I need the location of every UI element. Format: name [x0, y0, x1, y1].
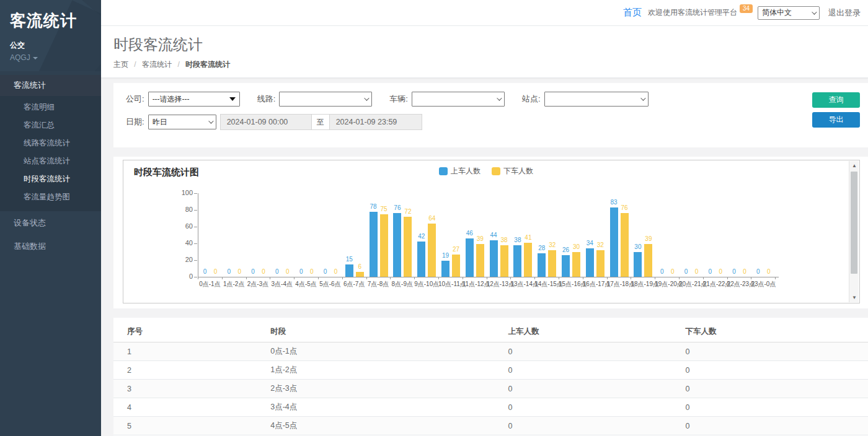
x-tick-label: 10点-11点 [438, 280, 463, 289]
bar-boarding [393, 213, 401, 277]
company-select[interactable]: ---请选择--- [148, 92, 240, 107]
y-tick-mark [194, 277, 197, 277]
x-tick-label: 7点-8点 [366, 280, 391, 289]
date-from-input[interactable]: 2024-01-09 00:00 [220, 114, 312, 130]
breadcrumb-passenger-stats[interactable]: 客流统计 [142, 60, 172, 69]
x-tick-mark [294, 277, 294, 279]
station-select[interactable] [544, 92, 649, 107]
user-dropdown[interactable]: AQGJ [10, 53, 101, 62]
user-name: AQGJ [10, 53, 30, 62]
bar-value-label: 0 [329, 268, 343, 275]
date-preset-select[interactable]: 昨日 [148, 115, 216, 129]
x-tick-label: 17点-18点 [607, 280, 631, 289]
x-tick-label: 13点-14点 [510, 280, 534, 289]
table-cell: 0 [495, 361, 672, 380]
table-row: 43点-4点00 [113, 398, 868, 417]
y-tick-label: 100 [162, 189, 193, 196]
notification-badge[interactable]: 34 [740, 4, 753, 13]
bar-boarding [370, 212, 378, 277]
sidebar-subitem[interactable]: 站点客流统计 [0, 152, 101, 170]
bar-boarding [586, 248, 594, 277]
y-axis-line [198, 193, 198, 277]
table-row: 21点-2点00 [113, 361, 868, 380]
sidebar-submenu: 客流明细客流汇总线路客流统计站点客流统计时段客流统计客流量趋势图 [0, 96, 101, 211]
table-cell: 3 [113, 380, 257, 398]
bar-value-label: 30 [570, 243, 583, 250]
scrollbar-thumb[interactable] [851, 172, 857, 274]
x-tick-mark [487, 277, 487, 279]
x-tick-label: 5点-6点 [318, 280, 342, 289]
bar-value-label: 76 [618, 204, 631, 211]
language-select[interactable]: 简体中文 [758, 6, 820, 20]
table-row: 10点-1点00 [113, 342, 868, 361]
sidebar-subitem[interactable]: 时段客流统计 [0, 170, 101, 188]
sidebar: 客流统计 公交 AQGJ 客流统计 客流明细客流汇总线路客流统计站点客流统计时段… [0, 0, 101, 436]
y-tick-mark [194, 243, 197, 244]
table-cell: 0 [672, 342, 868, 361]
bar-value-label: 64 [425, 215, 439, 222]
breadcrumb-home[interactable]: 主页 [113, 60, 128, 69]
x-tick-mark [559, 277, 559, 279]
scroll-up-icon[interactable]: ▲ [849, 161, 859, 170]
bar-value-label: 32 [546, 242, 559, 248]
bar-boarding [417, 242, 425, 277]
bar-boarding [634, 252, 642, 277]
x-tick-label: 19点-20点 [655, 280, 679, 289]
sidebar-subitem[interactable]: 客流汇总 [0, 116, 101, 134]
sidebar-item-passenger-stats[interactable]: 客流统计 [0, 75, 101, 96]
x-tick-label: 15点-16点 [559, 280, 583, 289]
y-tick-mark [194, 210, 197, 211]
export-button[interactable]: 导出 [812, 112, 860, 128]
chart-box: 时段车流统计图 上车人数下车人数 020406080100000点-1点001点… [123, 160, 860, 303]
chart-scrollbar[interactable]: ▲ ▼ [849, 161, 859, 302]
x-tick-label: 11点-12点 [463, 280, 487, 289]
y-tick-mark [194, 193, 197, 194]
bar-boarding [466, 238, 474, 277]
language-value: 简体中文 [762, 7, 792, 18]
main-area: 首页 欢迎使用客流统计管理平台 34 简体中文 退出登录 时段客流统计 主页 /… [101, 0, 868, 436]
page-heading: 时段客流统计 主页 / 客流统计 / 时段客流统计 [101, 26, 868, 78]
x-tick-label: 18点-19点 [631, 280, 655, 289]
table-cell: 0 [495, 398, 672, 417]
bar-value-label: 30 [631, 243, 645, 250]
x-tick-label: 22点-23点 [727, 280, 751, 289]
logout-link[interactable]: 退出登录 [828, 7, 861, 19]
bar-alighting [524, 243, 532, 277]
x-tick-mark [463, 277, 463, 279]
table-header-alighting: 下车人数 [672, 321, 868, 342]
x-tick-label: 14点-15点 [534, 280, 559, 289]
date-label: 日期: [126, 116, 144, 128]
bar-alighting [356, 272, 364, 277]
x-tick-mark [318, 277, 319, 279]
x-tick-mark [655, 277, 655, 279]
vehicle-select[interactable] [412, 92, 505, 107]
bar-alighting [644, 244, 652, 277]
bar-alighting [452, 255, 460, 277]
x-tick-label: 21点-22点 [703, 280, 727, 289]
sidebar-subitem[interactable]: 线路客流统计 [0, 134, 101, 152]
bar-value-label: 15 [342, 256, 356, 263]
date-to-input[interactable]: 2024-01-09 23:59 [329, 114, 422, 130]
query-button[interactable]: 查询 [812, 92, 860, 108]
x-tick-label: 12点-13点 [487, 280, 511, 289]
table-header-index: 序号 [113, 321, 257, 342]
sidebar-item-device-status[interactable]: 设备状态 [0, 211, 101, 235]
line-select[interactable] [279, 92, 372, 107]
to-label: 至 [312, 114, 329, 130]
scroll-down-icon[interactable]: ▼ [849, 293, 859, 302]
table-cell: 1 [113, 342, 257, 361]
home-link[interactable]: 首页 [623, 7, 642, 19]
x-tick-label: 6点-7点 [342, 280, 366, 289]
bar-alighting [596, 250, 604, 277]
sidebar-subitem[interactable]: 客流量趋势图 [0, 188, 101, 206]
breadcrumb-separator: / [134, 60, 136, 69]
sidebar-nav: 客流统计 客流明细客流汇总线路客流统计站点客流统计时段客流统计客流量趋势图 设备… [0, 75, 101, 258]
x-tick-mark [583, 277, 583, 279]
sidebar-subitem[interactable]: 客流明细 [0, 98, 101, 116]
bar-value-label: 6 [353, 263, 366, 270]
brand-title: 客流统计 [10, 10, 101, 32]
bar-value-label: 0 [232, 268, 246, 275]
bar-value-label: 32 [593, 242, 607, 248]
sidebar-item-base-data[interactable]: 基础数据 [0, 235, 101, 258]
bar-value-label: 0 [305, 268, 319, 275]
